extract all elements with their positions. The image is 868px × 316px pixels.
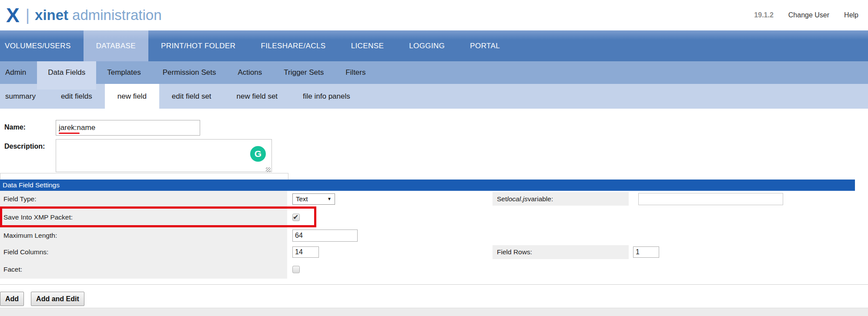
save-xmp-row: Save Into XMP Packet: ✔ [0,207,854,227]
logo-brand-text: xinet [35,7,68,23]
tab-fileshare-acls[interactable]: FILESHARE/ACLS [248,30,338,61]
tab-new-field-set[interactable]: new field set [224,84,291,109]
tab-database[interactable]: DATABASE [84,30,148,61]
local-js-input[interactable] [638,193,783,205]
xinet-logo: X | xinet administration [0,5,162,25]
spellcheck-underline [59,133,80,134]
facet-checkbox[interactable] [292,266,300,273]
help-link[interactable]: Help [844,11,858,19]
max-length-row: Maximum Length: [0,227,854,244]
tab-trigger-sets[interactable]: Trigger Sets [273,61,335,84]
field-rows-label: Field Rows: [493,245,629,259]
add-and-edit-button[interactable]: Add and Edit [31,292,84,306]
logo-x-icon: X [6,5,20,25]
settings-title: Data Field Settings [3,181,60,189]
field-columns-row: Field Columns: Field Rows: [0,244,854,260]
tab-portal[interactable]: PORTAL [457,30,513,61]
new-field-form: Name: Description: G [0,109,868,180]
local-js-label-italic: local.js [507,195,527,203]
collapsed-box [0,173,288,180]
local-js-label-pre: Set [497,195,507,203]
field-type-select[interactable]: Text ▼ [292,193,335,205]
tab-license[interactable]: LICENSE [338,30,397,61]
checkmark-icon: ✔ [293,213,298,221]
tab-new-field[interactable]: new field [105,84,159,109]
divider-line [0,284,868,285]
facet-label: Facet: [0,260,287,279]
primary-nav: VOLUMES/USERS DATABASE PRINT/HOT FOLDER … [0,30,868,61]
tab-print-hot-folder[interactable]: PRINT/HOT FOLDER [148,30,248,61]
tab-file-info-panels[interactable]: file info panels [290,84,363,109]
local-js-label: Set local.js variable: [493,192,629,206]
tab-volumes-users[interactable]: VOLUMES/USERS [0,30,84,61]
header-links: 19.1.2 Change User Help [754,11,868,19]
logo-suffix-text: administration [72,7,161,23]
tab-edit-field-set[interactable]: edit field set [159,84,224,109]
field-columns-input[interactable] [292,246,319,258]
max-length-label: Maximum Length: [0,227,287,244]
save-xmp-label: Save Into XMP Packet: [0,207,287,227]
facet-row: Facet: [0,260,854,279]
footer-bar [0,308,868,316]
tab-data-fields[interactable]: Data Fields [37,61,96,84]
max-length-input[interactable] [292,230,358,242]
description-label: Description: [0,139,56,150]
chevron-down-icon: ▼ [327,196,332,201]
field-type-selected-value: Text [296,195,308,203]
tab-templates[interactable]: Templates [96,61,151,84]
description-textarea[interactable] [56,139,272,172]
save-xmp-checkbox[interactable]: ✔ [292,213,300,221]
tab-actions[interactable]: Actions [227,61,273,84]
change-user-link[interactable]: Change User [788,11,829,19]
textarea-resize-handle[interactable] [266,167,271,172]
form-actions: Add Add and Edit [0,292,868,306]
logo-separator: | [26,7,30,23]
tab-logging[interactable]: LOGGING [396,30,457,61]
settings-section-header: Data Field Settings [0,180,855,191]
field-columns-label: Field Columns: [0,244,287,260]
field-type-row: Field Type: Text ▼ Set local.js variable… [0,191,854,207]
app-header: X | xinet administration 19.1.2 Change U… [0,0,868,30]
add-button[interactable]: Add [0,292,24,306]
tab-permission-sets[interactable]: Permission Sets [152,61,227,84]
grammarly-icon[interactable]: G [250,146,266,162]
secondary-nav: Admin Data Fields Templates Permission S… [0,61,868,84]
field-type-label: Field Type: [0,191,287,207]
xinet-admin-page: X | xinet administration 19.1.2 Change U… [0,0,868,316]
local-js-label-post: variable: [528,195,553,203]
name-label: Name: [0,120,56,131]
version-label: 19.1.2 [754,11,773,19]
tertiary-nav: summary edit fields new field edit field… [0,84,868,109]
tab-admin[interactable]: Admin [0,61,37,84]
field-rows-input[interactable] [633,246,659,258]
tab-filters[interactable]: Filters [335,61,376,84]
